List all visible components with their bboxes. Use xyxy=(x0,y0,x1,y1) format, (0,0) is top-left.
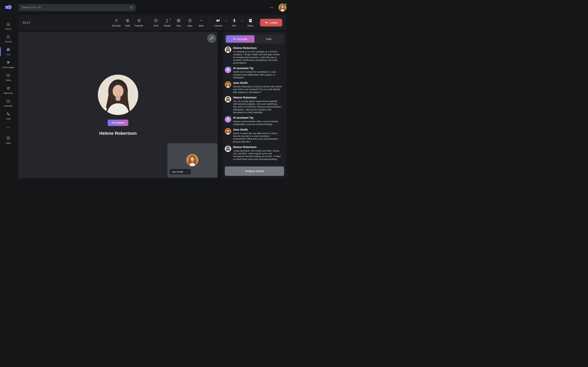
message-speaker: Helene Robertson xyxy=(233,96,282,99)
people-button[interactable]: 2 People xyxy=(162,18,173,27)
jane-avatar-image xyxy=(225,81,231,88)
collapse-arrows-icon xyxy=(209,36,214,41)
ellipsis-icon xyxy=(6,126,10,130)
mic-button[interactable]: Mic xyxy=(229,18,240,27)
tab-label: Chat xyxy=(266,38,271,41)
sidebar-item-label: Home xyxy=(6,28,11,30)
top-overflow-button[interactable] xyxy=(269,5,274,10)
helene-avatar-image xyxy=(98,75,138,115)
leave-label: Leave xyxy=(270,21,277,24)
sidebar-item-home[interactable]: Home xyxy=(0,20,17,33)
tab-chat[interactable]: Chat xyxy=(254,35,283,43)
helene-avatar-image xyxy=(225,96,231,102)
pip-name-pill: Jane Smith xyxy=(170,169,191,174)
search-input[interactable] xyxy=(19,4,136,11)
sidebar-item-label: Apps xyxy=(6,142,11,144)
sidebar-item-calendar[interactable]: Calendar xyxy=(0,97,17,109)
message-text: Assess communication skills, cross-funct… xyxy=(233,120,282,126)
message-speaker: AI assistant Tip xyxy=(233,116,282,119)
pip-participant-name: Jane Smith xyxy=(172,170,183,173)
sidebar-item-label: Calls xyxy=(6,117,10,120)
grid-view-icon xyxy=(177,18,181,23)
people-icon: 2 xyxy=(165,18,169,23)
helene-avatar-image xyxy=(225,47,231,53)
tab-ai-transcript[interactable]: AI Transcript xyxy=(226,35,254,43)
button-label: People xyxy=(164,24,171,27)
helene-avatar-image xyxy=(225,146,231,152)
call-content: AI Enabled Helene Robertson Jane Smith xyxy=(18,32,286,178)
chat-bubble-icon xyxy=(154,18,158,23)
dial-pad-icon xyxy=(114,18,118,23)
user-avatar[interactable] xyxy=(278,3,286,11)
sidebar-item-label: Chat xyxy=(6,53,10,56)
main-area: 01:17 Dial pad Hold Transfer xyxy=(17,0,294,184)
share-screen-icon xyxy=(248,18,252,23)
toolbar-divider xyxy=(147,18,147,27)
sidebar-item-approvals[interactable]: Approvals xyxy=(0,84,17,97)
call-stage: AI Enabled Helene Robertson Jane Smith xyxy=(18,32,218,178)
sidebar-item-viva-engage[interactable]: Viva Engage xyxy=(0,58,17,71)
pip-options-button[interactable] xyxy=(185,170,189,173)
tab-label: AI Transcript xyxy=(233,38,247,41)
message-speaker: Jane Smith xyxy=(233,128,282,131)
sidebar-item-shifts[interactable]: Shifts xyxy=(0,71,17,84)
self-view-tile[interactable]: Jane Smith xyxy=(167,143,218,177)
sidebar-item-label: Approvals xyxy=(3,92,13,94)
transcript-messages: Helene Robertson I'm working as a UX/UI … xyxy=(225,47,284,164)
teams-logo-icon[interactable] xyxy=(5,4,12,11)
chat-toggle-button[interactable]: Chat xyxy=(150,18,162,27)
search-icon xyxy=(130,6,133,9)
search-box xyxy=(19,4,136,11)
people-count-badge: 2 xyxy=(170,18,171,20)
hold-button[interactable]: Hold xyxy=(122,18,133,27)
transcript-message: Helene Robertson I'm working as a UX/UI … xyxy=(225,47,282,64)
message-speaker: Helene Robertson xyxy=(233,47,282,50)
dial-pad-button[interactable]: Dial pad xyxy=(111,18,122,27)
message-speaker: AI assistant Tip xyxy=(233,67,282,70)
ellipsis-icon xyxy=(199,18,203,23)
camera-button[interactable]: Camera xyxy=(213,18,224,27)
message-text: Great! It seems like you often work in a… xyxy=(233,132,282,143)
more-button[interactable]: More xyxy=(196,18,207,27)
sidebar-item-label: Activity xyxy=(5,41,12,43)
sidebar-overflow-button[interactable] xyxy=(6,125,10,132)
view-button[interactable]: View xyxy=(173,18,184,27)
message-text: Sounds interesting. Could you tell me mo… xyxy=(233,85,282,94)
ai-online-dot xyxy=(230,67,231,68)
button-label: Camera xyxy=(214,24,222,27)
camera-options-chevron[interactable] xyxy=(225,20,228,23)
hold-icon xyxy=(126,18,130,23)
analyze-results-button[interactable]: Analyze results xyxy=(225,166,284,176)
transfer-call-icon xyxy=(137,18,141,23)
transfer-button[interactable]: Transfer xyxy=(133,18,145,27)
button-label: Share xyxy=(247,24,253,27)
sidebar-item-label: Viva Engage xyxy=(2,66,14,68)
chat-icon xyxy=(6,48,10,52)
mic-options-chevron[interactable] xyxy=(241,20,244,23)
sidebar-item-activity[interactable]: Activity xyxy=(0,33,17,45)
transcript-message: Helene Robertson I enjoy teamwork. We mo… xyxy=(225,146,282,161)
sidebar-item-chat[interactable]: Chat xyxy=(0,45,17,58)
leave-call-button[interactable]: Leave xyxy=(260,19,282,26)
transcript-message: Helene Robertson Yes, we usually gather … xyxy=(225,96,282,114)
teams-app-window: Home Activity Chat Viva Engage xyxy=(0,0,294,184)
sidebar-item-apps[interactable]: Apps xyxy=(6,134,11,147)
transcript-message: Jane Smith Sounds interesting. Could you… xyxy=(225,81,282,94)
active-speaker: AI Enabled Helene Robertson xyxy=(98,75,138,136)
message-speaker: Jane Smith xyxy=(233,81,282,84)
jane-avatar-image xyxy=(225,128,231,134)
transcript-message: AI assistant Tip Clarify how involved th… xyxy=(225,67,282,79)
sidebar-item-calls[interactable]: Calls xyxy=(0,109,17,122)
apps-button[interactable]: Apps xyxy=(184,18,196,27)
app-sidebar: Home Activity Chat Viva Engage xyxy=(0,0,17,184)
hang-up-icon xyxy=(265,20,268,25)
panel-tabs: AI Transcript Chat xyxy=(225,34,284,44)
message-text: I'm working as a UX/UI designer at a Fin… xyxy=(233,50,282,64)
call-toolbar: 01:17 Dial pad Hold Transfer xyxy=(18,15,286,30)
share-button[interactable]: Share xyxy=(245,18,256,27)
collapse-view-button[interactable] xyxy=(207,34,216,43)
call-timer: 01:17 xyxy=(23,21,30,24)
button-label: View xyxy=(176,24,181,27)
message-text: I enjoy teamwork. We mostly use Slack, F… xyxy=(233,150,282,161)
calendar-icon xyxy=(6,99,10,104)
